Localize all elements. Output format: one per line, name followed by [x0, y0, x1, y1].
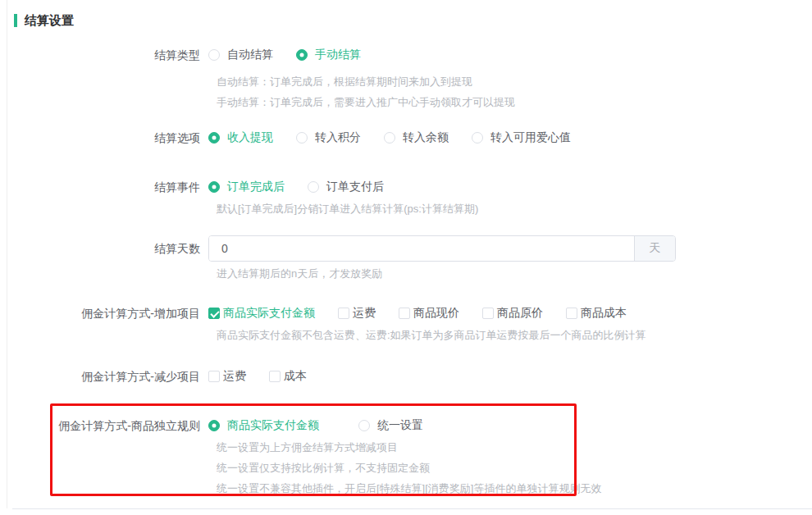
checkbox-checked-icon[interactable] [208, 308, 220, 319]
commission-increase-checkbox-group: 商品实际支付金额运费商品现价商品原价商品成本 [208, 306, 627, 321]
settlement-type-radio-group: 自动结算手动结算 [208, 48, 361, 62]
form-item-settlement-option: 结算选项 收入提现转入积分转入余额转入可用爱心值 [16, 130, 812, 146]
tip-text: 自动结算：订单完成后，根据结算期时间来加入到提现 [217, 71, 812, 92]
checkbox-option-label: 商品原价 [497, 306, 543, 321]
commission-increase-tips: 商品实际支付金额不包含运费、运费:如果订单为多商品订单运费按最后一个商品的比例计… [217, 325, 812, 345]
radio-unchecked-icon[interactable] [208, 49, 220, 61]
page-title: 结算设置 [25, 13, 74, 29]
form-item-product-rule: 佣金计算方式-商品独立规则 商品实际支付金额统一设置 [16, 417, 812, 434]
form-item-commission-increase: 佣金计算方式-增加项目 商品实际支付金额运费商品现价商品原价商品成本 [16, 305, 812, 321]
checkbox-option-label: 运费 [353, 306, 376, 321]
radio-option-label: 统一设置 [377, 418, 423, 433]
settlement-event-tips: 默认[订单完成后]分销订单进入结算计算(ps:计算结算期) [217, 198, 812, 219]
checkbox-option[interactable]: 商品成本 [566, 306, 627, 321]
checkbox-unchecked-icon[interactable] [338, 308, 349, 319]
radio-option[interactable]: 统一设置 [358, 418, 423, 433]
checkbox-unchecked-icon[interactable] [399, 308, 410, 319]
checkbox-option[interactable]: 商品现价 [399, 306, 459, 321]
radio-option[interactable]: 订单支付后 [308, 180, 384, 194]
checkbox-option[interactable]: 运费 [338, 306, 376, 321]
form-item-commission-decrease: 佣金计算方式-减少项目 运费成本 [16, 368, 812, 385]
settlement-days-input-group: 天 [208, 235, 676, 262]
radio-option[interactable]: 订单完成后 [208, 180, 285, 194]
radio-option-label: 转入积分 [315, 130, 361, 145]
radio-checked-icon[interactable] [208, 181, 220, 193]
checkbox-option[interactable]: 成本 [269, 369, 307, 384]
tip-text: 统一设置为上方佣金结算方式增减项目 [217, 437, 812, 458]
radio-unchecked-icon[interactable] [384, 132, 395, 144]
commission-increase-label: 佣金计算方式-增加项目 [16, 305, 208, 321]
settlement-type-tips: 自动结算：订单完成后，根据结算期时间来加入到提现 手动结算：订单完成后，需要进入… [217, 71, 812, 112]
settlement-option-radio-group: 收入提现转入积分转入余额转入可用爱心值 [208, 130, 571, 145]
tip-text: 商品实际支付金额不包含运费、运费:如果订单为多商品订单运费按最后一个商品的比例计… [217, 325, 812, 345]
radio-option[interactable]: 收入提现 [208, 130, 273, 145]
radio-option[interactable]: 商品实际支付金额 [208, 418, 319, 433]
commission-decrease-checkbox-group: 运费成本 [208, 369, 307, 384]
checkbox-option-label: 商品成本 [581, 306, 627, 321]
settlement-event-label: 结算事件 [16, 179, 208, 195]
section-title: 结算设置 [16, 11, 812, 30]
settlement-option-label: 结算选项 [16, 130, 208, 146]
radio-checked-icon[interactable] [208, 132, 220, 144]
radio-option[interactable]: 转入积分 [296, 130, 361, 145]
form-item-settlement-event: 结算事件 订单完成后订单支付后 [16, 179, 812, 195]
settlement-event-radio-group: 订单完成后订单支付后 [208, 180, 384, 194]
product-rule-label: 佣金计算方式-商品独立规则 [16, 417, 208, 434]
radio-option-label: 自动结算 [227, 48, 273, 62]
radio-checked-icon[interactable] [208, 420, 220, 431]
radio-unchecked-icon[interactable] [472, 132, 483, 144]
radio-unchecked-icon[interactable] [308, 181, 319, 193]
radio-option-label: 商品实际支付金额 [227, 418, 319, 433]
checkbox-unchecked-icon[interactable] [566, 308, 577, 319]
radio-option[interactable]: 转入可用爱心值 [472, 130, 571, 145]
checkbox-option[interactable]: 商品实际支付金额 [208, 306, 315, 321]
settlement-days-input[interactable] [209, 236, 634, 261]
checkbox-option-label: 商品现价 [413, 306, 459, 321]
checkbox-option-label: 商品实际支付金额 [223, 306, 315, 321]
product-rule-tips: 统一设置为上方佣金结算方式增减项目 统一设置仅支持按比例计算，不支持固定金额 统… [217, 437, 812, 499]
settlement-settings-panel: 结算设置 结算类型 自动结算手动结算 自动结算：订单完成后，根据结算期时间来加入… [0, 0, 812, 499]
tip-text: 统一设置仅支持按比例计算，不支持固定金额 [217, 458, 812, 478]
radio-option-label: 订单支付后 [326, 180, 384, 194]
settlement-type-label: 结算类型 [16, 47, 208, 63]
tip-text: 进入结算期后的n天后，才发放奖励 [217, 263, 812, 284]
radio-option-label: 手动结算 [315, 48, 361, 62]
tip-text: 统一设置不兼容其他插件，开启后[特殊结算][消费奖励]等插件的单独计算规则无效 [217, 478, 812, 499]
product-rule-radio-group: 商品实际支付金额统一设置 [208, 418, 463, 433]
section-title-accent-bar [14, 14, 17, 27]
settlement-days-unit-suffix: 天 [634, 236, 675, 261]
tip-text: 默认[订单完成后]分销订单进入结算计算(ps:计算结算期) [217, 198, 812, 219]
radio-option[interactable]: 手动结算 [296, 48, 361, 62]
commission-decrease-label: 佣金计算方式-减少项目 [16, 368, 208, 385]
checkbox-option-label: 成本 [284, 369, 307, 384]
checkbox-option[interactable]: 运费 [208, 369, 246, 384]
checkbox-option-label: 运费 [223, 369, 246, 384]
form-item-settlement-days: 结算天数 天 [16, 235, 812, 262]
form-item-settlement-type: 结算类型 自动结算手动结算 [16, 47, 812, 63]
checkbox-unchecked-icon[interactable] [482, 308, 494, 319]
radio-checked-icon[interactable] [296, 49, 308, 61]
radio-option-label: 转入可用爱心值 [490, 130, 571, 145]
tip-text: 手动结算：订单完成后，需要进入推广中心手动领取才可以提现 [217, 92, 812, 112]
checkbox-unchecked-icon[interactable] [208, 371, 220, 382]
radio-unchecked-icon[interactable] [358, 420, 370, 431]
settlement-days-label: 结算天数 [16, 240, 208, 257]
settlement-days-tips: 进入结算期后的n天后，才发放奖励 [217, 263, 812, 284]
radio-option-label: 收入提现 [227, 130, 273, 145]
checkbox-option[interactable]: 商品原价 [482, 306, 543, 321]
checkbox-unchecked-icon[interactable] [269, 371, 281, 382]
panel-bottom-divider [12, 508, 812, 509]
radio-option[interactable]: 转入余额 [384, 130, 449, 145]
radio-option-label: 订单完成后 [227, 180, 285, 194]
radio-unchecked-icon[interactable] [296, 132, 308, 144]
radio-option-label: 转入余额 [403, 130, 449, 145]
radio-option[interactable]: 自动结算 [208, 48, 273, 62]
